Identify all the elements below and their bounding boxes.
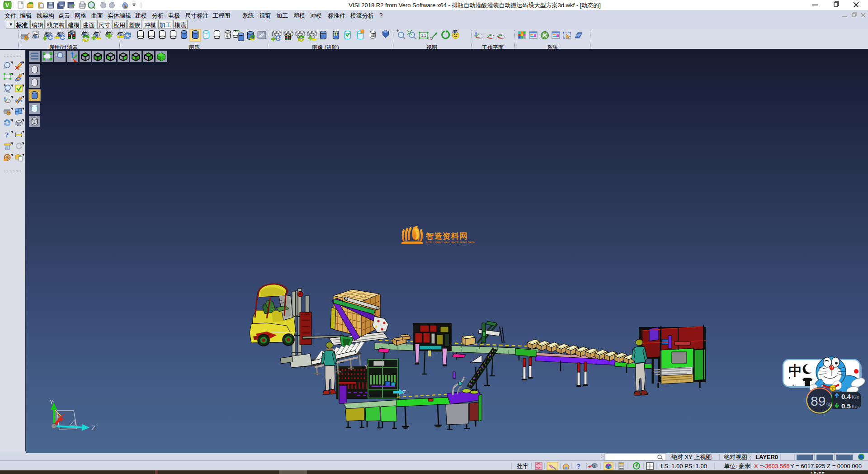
svg-text:0.4: 0.4: [841, 393, 851, 400]
svg-text:K/s: K/s: [852, 404, 859, 409]
svg-text:Y: Y: [49, 398, 54, 406]
svg-text:1:1: 1:1: [421, 33, 426, 38]
svg-text:%: %: [826, 402, 831, 408]
svg-text:Z: Z: [91, 424, 95, 431]
svg-text:绝对 XY 上视图: 绝对 XY 上视图: [671, 454, 712, 460]
svg-text:。: 。: [792, 380, 798, 387]
svg-text:Z: Z: [402, 389, 406, 396]
svg-text:?: ?: [5, 131, 9, 139]
svg-text:LS: 1.00 PS: 1.00: LS: 1.00 PS: 1.00: [661, 463, 707, 469]
svg-text:LAYER0: LAYER0: [755, 454, 778, 460]
svg-text:’: ’: [788, 376, 790, 384]
svg-text:绝对视图: 绝对视图: [724, 454, 747, 460]
svg-text:X =-3603.566: X =-3603.566: [754, 463, 789, 469]
svg-text:INTELLIGENT MANUFACTURING DATA: INTELLIGENT MANUFACTURING DATA: [425, 241, 475, 244]
svg-text:拴牢: 拴牢: [517, 463, 528, 469]
svg-text:89: 89: [811, 393, 826, 408]
svg-text:Y: Y: [364, 364, 368, 370]
svg-text:单位: 毫米: 单位: 毫米: [724, 463, 750, 469]
svg-text:智造资料网: 智造资料网: [425, 232, 468, 241]
svg-text:Y = 6017.925 Z = 0000.000: Y = 6017.925 Z = 0000.000: [790, 463, 862, 469]
svg-text:K/s: K/s: [852, 394, 859, 400]
svg-text:0.5: 0.5: [841, 402, 851, 410]
svg-text:?: ?: [576, 462, 580, 470]
svg-text:中: 中: [788, 363, 802, 378]
